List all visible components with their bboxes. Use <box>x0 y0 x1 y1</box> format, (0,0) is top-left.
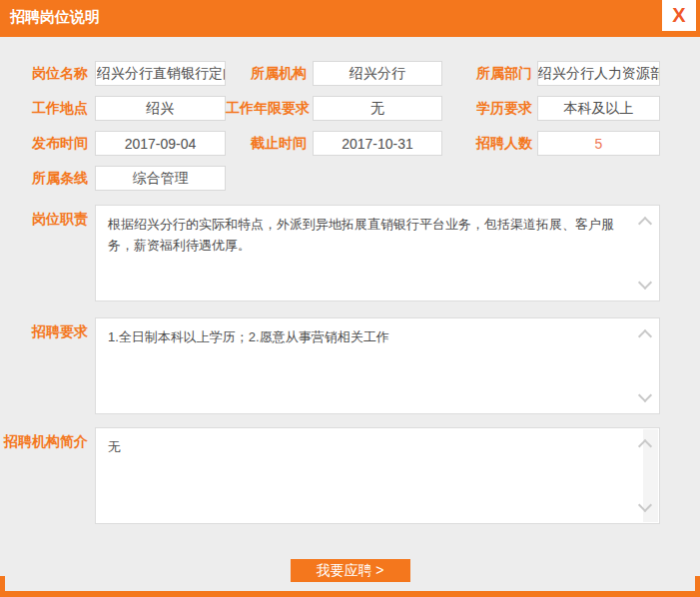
deadline-field[interactable] <box>313 131 442 156</box>
requirements-group: 招聘要求 1.全日制本科以上学历；2.愿意从事营销相关工作 <box>0 317 700 414</box>
job-posting-dialog: 招聘岗位说明 X 岗位名称 所属机构 所属部门 工作地点 工作年限要求 学历要求… <box>0 0 700 597</box>
apply-button[interactable]: 我要应聘 > <box>291 559 410 582</box>
responsibilities-label: 岗位职责 <box>0 205 88 229</box>
publish-date-label: 发布时间 <box>0 135 88 153</box>
form-row-3: 发布时间 截止时间 招聘人数 <box>0 131 700 156</box>
organization-label: 所属机构 <box>226 65 307 83</box>
scroll-down-icon[interactable] <box>638 498 652 512</box>
org-intro-textarea[interactable]: 无 <box>95 427 660 524</box>
department-field[interactable] <box>537 61 660 86</box>
bottom-right-border-nub <box>695 576 700 597</box>
business-line-label: 所属条线 <box>0 170 88 188</box>
deadline-label: 截止时间 <box>226 135 307 153</box>
education-label: 学历要求 <box>442 100 532 118</box>
experience-field[interactable] <box>313 96 442 121</box>
close-icon[interactable]: X <box>662 0 696 31</box>
bottom-left-border-nub <box>0 576 5 597</box>
dialog-title: 招聘岗位说明 <box>0 0 700 34</box>
form-row-1: 岗位名称 所属机构 所属部门 <box>0 61 700 86</box>
org-intro-label: 招聘机构简介 <box>0 427 88 451</box>
responsibilities-text: 根据绍兴分行的实际和特点，外派到异地拓展直销银行平台业务，包括渠道拓展、客户服务… <box>108 217 614 253</box>
position-name-field[interactable] <box>95 61 226 86</box>
scroll-up-icon[interactable] <box>638 329 652 343</box>
requirements-label: 招聘要求 <box>0 317 88 341</box>
requirements-textarea[interactable]: 1.全日制本科以上学历；2.愿意从事营销相关工作 <box>95 317 660 414</box>
form-row-4: 所属条线 <box>0 166 700 191</box>
education-field[interactable] <box>537 96 660 121</box>
scroll-up-icon[interactable] <box>638 439 652 453</box>
scroll-down-icon[interactable] <box>638 276 652 290</box>
experience-label: 工作年限要求 <box>226 100 307 118</box>
department-label: 所属部门 <box>442 65 532 83</box>
requirements-text: 1.全日制本科以上学历；2.愿意从事营销相关工作 <box>108 329 389 344</box>
location-field[interactable] <box>95 96 226 121</box>
publish-date-field[interactable] <box>95 131 226 156</box>
position-name-label: 岗位名称 <box>0 65 88 83</box>
dialog-body: 岗位名称 所属机构 所属部门 工作地点 工作年限要求 学历要求 发布时间 截止时… <box>0 37 700 582</box>
dialog-header: 招聘岗位说明 X <box>0 0 700 37</box>
responsibilities-group: 岗位职责 根据绍兴分行的实际和特点，外派到异地拓展直销银行平台业务，包括渠道拓展… <box>0 205 700 301</box>
responsibilities-textarea[interactable]: 根据绍兴分行的实际和特点，外派到异地拓展直销银行平台业务，包括渠道拓展、客户服务… <box>95 205 660 301</box>
headcount-field[interactable] <box>537 131 660 156</box>
scroll-down-icon[interactable] <box>638 388 652 402</box>
bottom-border-bar <box>0 591 700 597</box>
scroll-up-icon[interactable] <box>638 217 652 231</box>
org-intro-text: 无 <box>108 439 121 454</box>
business-line-field[interactable] <box>95 166 226 191</box>
location-label: 工作地点 <box>0 100 88 118</box>
org-intro-group: 招聘机构简介 无 <box>0 427 700 524</box>
headcount-label: 招聘人数 <box>442 135 532 153</box>
organization-field[interactable] <box>313 61 442 86</box>
form-row-2: 工作地点 工作年限要求 学历要求 <box>0 96 700 121</box>
